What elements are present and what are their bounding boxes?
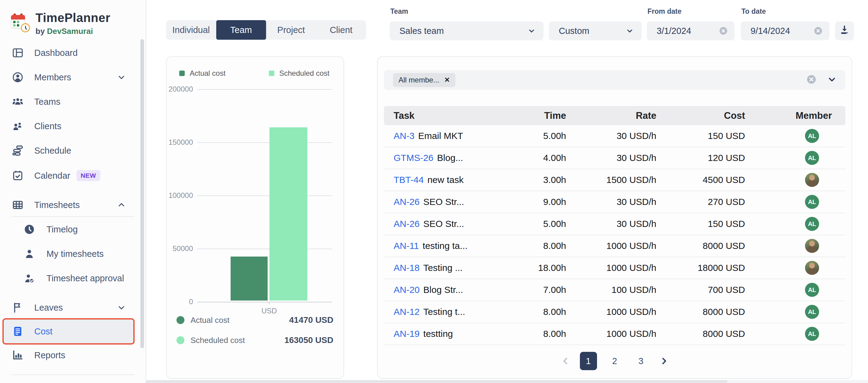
col-header-rate[interactable]: Rate [566, 110, 656, 121]
page-button-1[interactable]: 1 [580, 352, 597, 370]
page-button-3[interactable]: 3 [632, 352, 650, 370]
member-filter-chip[interactable]: All membe... ✕ [393, 73, 456, 87]
tab-client[interactable]: Client [316, 20, 366, 40]
previous-page-icon[interactable] [560, 356, 571, 366]
col-header-time[interactable]: Time [505, 110, 566, 121]
date-range-select[interactable]: Custom [549, 22, 642, 40]
chevron-down-icon[interactable] [117, 303, 126, 312]
scheduled-cost-bar[interactable] [270, 127, 307, 301]
table-row[interactable]: AN-26SEO Str... 5.00h 30 USD/h 150 USD A… [384, 213, 845, 235]
sidebar-item-label: Cost [34, 326, 53, 337]
sidebar-item-calendar[interactable]: Calendar NEW [0, 164, 146, 187]
member-avatar[interactable] [805, 173, 819, 187]
task-title: SEO Str... [423, 197, 464, 207]
tab-individual[interactable]: Individual [166, 20, 216, 40]
task-rate: 1500 USD/h [566, 175, 656, 185]
task-cost: 8000 USD [656, 307, 745, 317]
table-row[interactable]: AN-3Email MKT 5.00h 30 USD/h 150 USD AL [384, 125, 845, 147]
sidebar-item-label: Calendar [34, 171, 70, 181]
tab-team[interactable]: Team [216, 20, 267, 40]
table-row[interactable]: AN-26SEO Str... 9.00h 30 USD/h 270 USD A… [384, 191, 845, 213]
from-date-input[interactable]: 3/1/2024 [647, 22, 735, 40]
sidebar-item-dashboard[interactable]: Dashboard [0, 41, 146, 65]
task-cost: 150 USD [656, 131, 745, 141]
task-id-link[interactable]: GTMS-26 [394, 153, 433, 163]
member-filter-bar[interactable]: All membe... ✕ [384, 70, 845, 90]
sidebar-item-teams[interactable]: Teams [0, 90, 146, 114]
member-avatar[interactable]: AL [805, 327, 819, 341]
member-avatar[interactable]: AL [805, 129, 819, 143]
chevron-up-icon[interactable] [117, 200, 126, 210]
task-id-link[interactable]: AN-11 [394, 241, 419, 251]
task-cost: 150 USD [656, 219, 745, 229]
summary-label: Scheduled cost [190, 336, 245, 345]
page-button-2[interactable]: 2 [606, 352, 623, 370]
task-id-link[interactable]: AN-12 [394, 307, 420, 317]
sidebar-item-reports[interactable]: Reports [0, 343, 146, 367]
member-avatar[interactable]: AL [805, 217, 819, 231]
sidebar-item-clients[interactable]: Clients [0, 114, 146, 138]
to-date-input[interactable]: 9/14/2024 [741, 22, 830, 40]
sidebar-item-leaves[interactable]: Leaves [0, 295, 146, 319]
table-row[interactable]: AN-19testting 8.00h 1000 USD/h 8000 USD … [384, 323, 845, 345]
task-id-link[interactable]: TBT-44 [394, 175, 424, 185]
sidebar-item-timelog[interactable]: Timelog [0, 217, 146, 241]
task-rate: 1000 USD/h [566, 263, 656, 273]
view-tabs: Individual Team Project Client [166, 20, 366, 40]
sidebar-item-label: Schedule [34, 146, 71, 156]
legend-scheduled-cost[interactable]: Scheduled cost [269, 69, 330, 78]
sidebar-divider [11, 375, 134, 375]
sidebar-item-my-timesheets[interactable]: My timesheets [0, 242, 146, 266]
member-avatar[interactable]: AL [805, 151, 819, 165]
task-id-link[interactable]: AN-20 [394, 285, 420, 295]
sidebar-item-cost[interactable]: Cost [4, 319, 133, 343]
app-logo: TimePlanner by DevSamurai [11, 11, 111, 36]
sidebar-item-timesheets[interactable]: Timesheets [0, 193, 146, 217]
member-avatar[interactable]: AL [805, 305, 819, 319]
task-cost: 270 USD [656, 197, 745, 207]
horizontal-scrollbar[interactable] [146, 380, 868, 383]
task-time: 8.00h [505, 241, 566, 251]
clear-to-date-icon[interactable] [813, 26, 823, 35]
legend-actual-cost[interactable]: Actual cost [179, 69, 225, 78]
table-row[interactable]: TBT-44new task 3.00h 1500 USD/h 4500 USD [384, 169, 845, 191]
table-row[interactable]: AN-20Blog Str... 7.00h 100 USD/h 700 USD… [384, 279, 845, 301]
clear-filter-icon[interactable] [806, 74, 817, 86]
sidebar-item-members[interactable]: Members [0, 65, 146, 89]
chevron-down-icon [528, 27, 535, 35]
col-header-member[interactable]: Member [745, 110, 845, 121]
summary-scheduled-cost: Scheduled cost 163050 USD [177, 334, 333, 346]
chevron-down-icon[interactable] [827, 74, 837, 85]
table-row[interactable]: GTMS-26Blog... 4.00h 30 USD/h 120 USD AL [384, 147, 845, 169]
download-button[interactable] [835, 22, 854, 40]
team-select[interactable]: Sales team [390, 22, 544, 40]
member-avatar[interactable] [805, 239, 819, 253]
tab-project[interactable]: Project [266, 20, 316, 40]
member-avatar[interactable]: AL [805, 195, 819, 209]
summary-value: 163050 USD [284, 335, 333, 345]
sidebar-scrollbar[interactable] [141, 39, 144, 348]
sidebar-item-timesheet-approval[interactable]: Timesheet approval [0, 266, 146, 290]
member-avatar[interactable]: AL [805, 283, 819, 297]
table-row[interactable]: AN-18Testing ... 18.00h 1000 USD/h 18000… [384, 257, 845, 279]
sidebar-item-schedule[interactable]: Schedule [0, 139, 146, 163]
task-id-link[interactable]: AN-26 [394, 197, 420, 207]
from-date-value: 3/1/2024 [657, 26, 691, 36]
schedule-icon [11, 144, 24, 157]
task-id-link[interactable]: AN-19 [394, 328, 420, 339]
table-row[interactable]: AN-11testing ta... 8.00h 1000 USD/h 8000… [384, 235, 845, 257]
chip-remove-icon[interactable]: ✕ [444, 76, 450, 84]
table-row[interactable]: AN-12Testing t... 8.00h 1000 USD/h 8000 … [384, 301, 845, 323]
chevron-down-icon[interactable] [117, 73, 126, 82]
member-avatar[interactable] [805, 261, 819, 275]
col-header-cost[interactable]: Cost [656, 110, 745, 121]
col-header-task[interactable]: Task [384, 110, 505, 121]
task-id-link[interactable]: AN-3 [394, 131, 414, 141]
task-id-link[interactable]: AN-18 [394, 263, 420, 273]
x-tick-mark [269, 302, 270, 305]
actual-cost-bar[interactable] [230, 256, 268, 301]
next-page-icon[interactable] [659, 356, 669, 366]
task-id-link[interactable]: AN-26 [394, 219, 420, 229]
horizontal-scrollbar-thumb[interactable] [146, 380, 727, 383]
clear-from-date-icon[interactable] [719, 26, 728, 35]
